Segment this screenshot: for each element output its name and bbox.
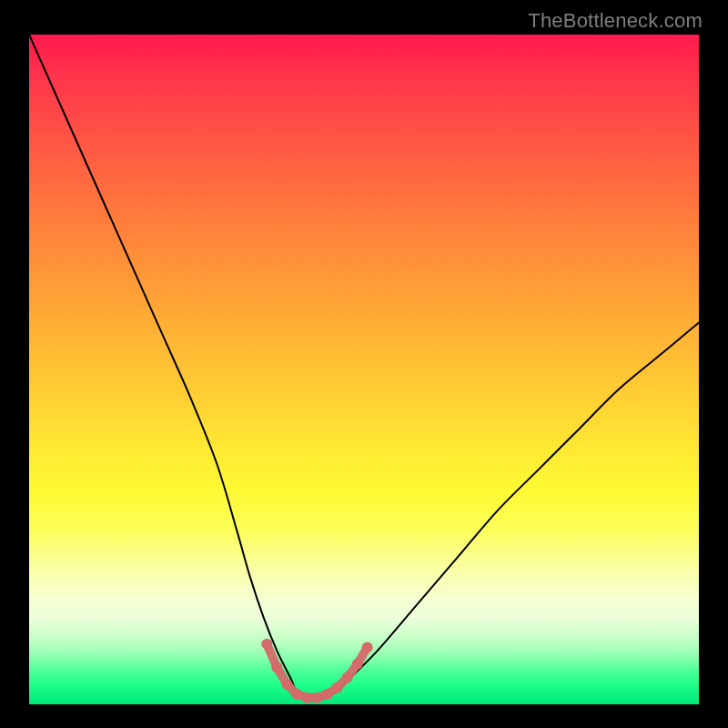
tolerance-marker-dot: [301, 693, 312, 703]
chart-frame: TheBottleneck.com: [0, 0, 728, 728]
tolerance-marker-dot: [342, 672, 353, 683]
tolerance-marker-dot: [352, 659, 363, 670]
bottleneck-curve: [29, 35, 699, 699]
tolerance-marker-dot: [271, 662, 282, 673]
plot-area: [29, 35, 699, 704]
tolerance-marker-dot: [291, 689, 302, 700]
tolerance-band-line: [267, 644, 367, 698]
tolerance-marker-dot: [362, 642, 373, 652]
watermark-text: TheBottleneck.com: [528, 9, 703, 33]
tolerance-marker-dot: [322, 689, 333, 700]
tolerance-marker-dot: [281, 679, 292, 690]
tolerance-marker-dot: [311, 693, 322, 703]
curve-layer: [29, 35, 699, 704]
tolerance-band-markers: [261, 639, 372, 703]
tolerance-marker-dot: [332, 682, 343, 693]
tolerance-marker-dot: [261, 639, 272, 650]
